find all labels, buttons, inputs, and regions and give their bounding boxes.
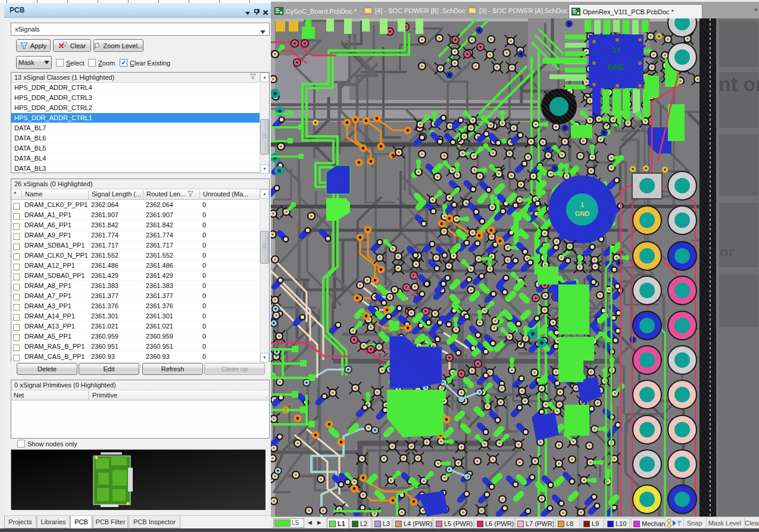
svg-text:GND: GND	[575, 210, 590, 217]
svg-text:1: 1	[580, 201, 584, 208]
svg-text:37: 37	[612, 46, 620, 55]
svg-text:GND: GND	[608, 62, 625, 71]
svg-text:or: or	[720, 243, 734, 259]
svg-text:nt or: nt or	[719, 73, 759, 95]
